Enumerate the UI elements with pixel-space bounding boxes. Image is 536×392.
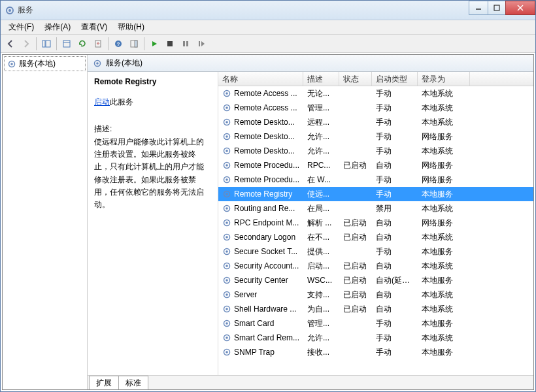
cell-startup: 自动 <box>372 218 418 229</box>
start-service-link[interactable]: 启动 <box>94 97 110 106</box>
right-header-title: 服务(本地) <box>106 57 142 69</box>
show-hide-tree-button[interactable] <box>39 37 54 51</box>
tab-extended[interactable]: 扩展 <box>89 376 119 389</box>
cell-status: 已启动 <box>339 275 372 286</box>
cell-logon: 本地系统 <box>418 289 470 301</box>
table-row[interactable]: Security Account...启动...已启动自动本地系统 <box>218 259 533 273</box>
table-row[interactable]: Remote Deskto...允许...手动本地系统 <box>218 144 533 158</box>
description-label: 描述: <box>94 123 211 135</box>
cell-desc: 解析 ... <box>303 218 339 229</box>
cell-logon: 网络服务 <box>418 174 470 186</box>
gear-icon <box>93 59 102 68</box>
forward-button[interactable] <box>19 37 33 51</box>
table-row[interactable]: Smart Card Rem...允许...手动本地系统 <box>218 331 533 345</box>
column-name[interactable]: 名称 <box>218 72 303 86</box>
svg-point-50 <box>226 279 228 282</box>
table-row[interactable]: Server支持...已启动自动本地系统 <box>218 287 533 302</box>
cell-logon: 本地服务 <box>418 275 470 286</box>
start-suffix: 此服务 <box>110 97 133 106</box>
gear-icon <box>222 247 231 256</box>
cell-logon: 本地系统 <box>418 88 470 99</box>
cell-logon: 本地服务 <box>418 318 470 329</box>
column-logon[interactable]: 登录为 <box>418 72 470 86</box>
table-row[interactable]: Routing and Re...在局...禁用本地系统 <box>218 201 533 216</box>
cell-startup: 手动 <box>372 333 418 344</box>
window-buttons <box>469 1 535 20</box>
svg-point-46 <box>226 250 228 253</box>
menu-view[interactable]: 查看(V) <box>76 20 112 34</box>
action-pane-button[interactable] <box>127 37 141 51</box>
svg-rect-14 <box>135 41 137 47</box>
table-row[interactable]: Remote Access ...管理...手动本地系统 <box>218 101 533 115</box>
list-body[interactable]: Remote Access ...无论...手动本地系统Remote Acces… <box>218 86 533 375</box>
cell-name: Security Account... <box>218 261 303 270</box>
table-row[interactable]: SNMP Trap接收...手动本地服务 <box>218 345 533 359</box>
title-bar[interactable]: 服务 <box>1 1 535 20</box>
column-description[interactable]: 描述 <box>303 72 339 86</box>
column-startup[interactable]: 启动类型 <box>372 72 418 86</box>
export-button[interactable] <box>91 37 105 51</box>
svg-point-36 <box>226 178 228 181</box>
svg-point-52 <box>226 293 228 296</box>
right-header: 服务(本地) <box>88 55 533 72</box>
start-service-button[interactable] <box>147 37 161 51</box>
table-row[interactable]: Secondary Logon在不...已启动自动本地系统 <box>218 230 533 244</box>
table-row[interactable]: Remote Procedu...RPC...已启动自动网络服务 <box>218 158 533 172</box>
gear-icon <box>222 276 231 285</box>
table-row[interactable]: Remote Registry使远...手动本地服务 <box>218 187 533 201</box>
tree-root-item[interactable]: 服务(本地) <box>4 56 86 71</box>
table-row[interactable]: Remote Deskto...远程...手动本地系统 <box>218 115 533 129</box>
cell-name: Remote Access ... <box>218 103 303 112</box>
minimize-button[interactable] <box>469 1 488 15</box>
table-row[interactable]: Remote Deskto...允许...手动网络服务 <box>218 129 533 144</box>
detail-pane: Remote Registry 启动此服务 描述: 使远程用户能修改此计算机上的… <box>88 72 218 375</box>
table-row[interactable]: Shell Hardware ...为自...已启动自动本地系统 <box>218 302 533 316</box>
pause-service-button[interactable] <box>178 37 193 51</box>
gear-icon <box>222 261 231 270</box>
tree-pane[interactable]: 服务(本地) <box>3 55 88 389</box>
column-status[interactable]: 状态 <box>339 72 372 86</box>
refresh-button[interactable] <box>75 37 90 51</box>
cell-desc: 管理... <box>303 103 339 114</box>
svg-point-54 <box>226 308 228 310</box>
restart-service-button[interactable] <box>194 37 209 51</box>
cell-desc: 无论... <box>303 88 339 99</box>
back-button[interactable] <box>3 37 18 51</box>
menu-file[interactable]: 文件(F) <box>3 20 39 34</box>
svg-point-24 <box>226 92 228 95</box>
stop-service-button[interactable] <box>163 37 177 51</box>
menu-action[interactable]: 操作(A) <box>39 20 76 34</box>
cell-desc: 远程... <box>303 117 339 128</box>
table-row[interactable]: Remote Access ...无论...手动本地系统 <box>218 86 533 101</box>
menu-help[interactable]: 帮助(H) <box>112 20 150 34</box>
table-row[interactable]: Secure Socket T...提供...手动本地服务 <box>218 244 533 259</box>
svg-rect-16 <box>183 41 185 46</box>
tab-bar: 扩展 标准 <box>88 375 533 389</box>
gear-icon <box>222 189 231 199</box>
cell-logon: 网络服务 <box>418 131 470 142</box>
cell-name: Remote Procedu... <box>218 161 303 170</box>
cell-name: Remote Deskto... <box>218 118 303 127</box>
cell-logon: 本地系统 <box>418 117 470 128</box>
svg-rect-8 <box>63 41 70 47</box>
cell-desc: 允许... <box>303 333 339 344</box>
content-area: 服务(本地) 服务(本地) Remote Registry 启动此服务 描述: … <box>2 54 534 390</box>
close-button[interactable] <box>505 1 535 15</box>
gear-icon <box>222 89 231 98</box>
properties-button[interactable] <box>59 37 74 51</box>
help-button[interactable]: ? <box>111 37 126 51</box>
tree-root-label: 服务(本地) <box>19 58 56 69</box>
cell-startup: 手动 <box>372 347 418 358</box>
tab-standard[interactable]: 标准 <box>118 376 148 389</box>
svg-rect-6 <box>42 41 45 47</box>
table-row[interactable]: Smart Card管理...手动本地服务 <box>218 316 533 331</box>
table-row[interactable]: Security CenterWSC...已启动自动(延迟...本地服务 <box>218 273 533 287</box>
cell-desc: 为自... <box>303 304 339 315</box>
table-row[interactable]: RPC Endpoint M...解析 ...已启动自动网络服务 <box>218 216 533 230</box>
svg-point-56 <box>226 322 228 325</box>
table-row[interactable]: Remote Procedu...在 W...手动网络服务 <box>218 172 533 187</box>
cell-logon: 本地系统 <box>418 333 470 344</box>
svg-text:?: ? <box>117 41 120 47</box>
maximize-button[interactable] <box>488 1 506 15</box>
cell-desc: 提供... <box>303 246 339 257</box>
